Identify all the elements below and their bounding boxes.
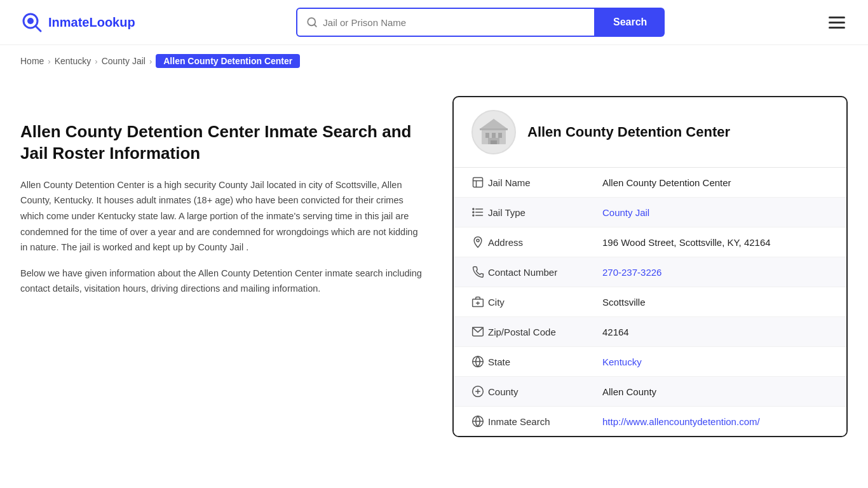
breadcrumb-current: Allen County Detention Center bbox=[156, 54, 300, 68]
search-input[interactable] bbox=[323, 17, 585, 28]
search-button[interactable]: Search bbox=[595, 8, 665, 37]
jail-name-value: Allen County Detention Center bbox=[602, 177, 731, 188]
phone-icon bbox=[471, 266, 488, 278]
breadcrumb-county-jail[interactable]: County Jail bbox=[102, 56, 146, 66]
table-row: Zip/Postal Code 42164 bbox=[454, 317, 846, 347]
svg-rect-11 bbox=[491, 140, 497, 144]
state-label: State bbox=[488, 356, 602, 367]
jail-name-label: Jail Name bbox=[488, 177, 602, 188]
city-label: City bbox=[488, 297, 602, 308]
svg-point-1 bbox=[27, 18, 34, 24]
mail-icon bbox=[471, 325, 488, 338]
breadcrumb-home[interactable]: Home bbox=[20, 56, 44, 66]
jail-type-label: Jail Type bbox=[488, 207, 602, 218]
table-row: County Allen County bbox=[454, 377, 846, 407]
card-title: Allen County Detention Center bbox=[527, 124, 730, 140]
table-row: Contact Number 270-237-3226 bbox=[454, 257, 846, 287]
svg-line-4 bbox=[315, 24, 316, 26]
hamburger-line-1 bbox=[829, 17, 845, 18]
list-icon bbox=[471, 206, 488, 219]
table-row: State Kentucky bbox=[454, 347, 846, 377]
facility-avatar bbox=[471, 110, 516, 154]
main-content: Allen County Detention Center Inmate Sea… bbox=[0, 77, 868, 463]
phone-link[interactable]: 270-237-3226 bbox=[602, 267, 661, 278]
table-row: City Scottsville bbox=[454, 287, 846, 317]
inmate-search-icon bbox=[471, 415, 488, 428]
svg-point-21 bbox=[473, 215, 474, 216]
info-table: Jail Name Allen County Detention Center … bbox=[454, 168, 846, 436]
inmate-search-link[interactable]: http://www.allencountydetention.com/ bbox=[602, 416, 760, 427]
svg-point-20 bbox=[473, 212, 474, 213]
address-value: 196 Wood Street, Scottsville, KY, 42164 bbox=[602, 237, 771, 248]
zip-value: 42164 bbox=[602, 327, 629, 337]
table-row: Inmate Search http://www.allencountydete… bbox=[454, 407, 846, 436]
breadcrumb-sep-2: › bbox=[95, 57, 97, 66]
svg-rect-6 bbox=[485, 133, 489, 138]
table-row: Address 196 Wood Street, Scottsville, KY… bbox=[454, 227, 846, 257]
jail-type-link[interactable]: County Jail bbox=[602, 207, 649, 218]
description-para-2: Below we have given information about th… bbox=[20, 266, 427, 297]
left-column: Allen County Detention Center Inmate Sea… bbox=[20, 96, 427, 307]
hamburger-line-2 bbox=[829, 22, 845, 24]
search-icon bbox=[306, 17, 318, 28]
breadcrumb-sep-1: › bbox=[48, 57, 50, 66]
jail-icon bbox=[471, 176, 488, 189]
logo-icon bbox=[20, 11, 43, 34]
state-link[interactable]: Kentucky bbox=[602, 356, 642, 367]
svg-marker-10 bbox=[480, 119, 508, 129]
svg-point-19 bbox=[473, 208, 474, 210]
inmate-search-label: Inmate Search bbox=[488, 416, 602, 427]
breadcrumb-sep-3: › bbox=[149, 57, 152, 66]
logo-text: InmateLookup bbox=[48, 15, 135, 30]
hamburger-line-3 bbox=[829, 27, 845, 29]
search-bar: Search bbox=[296, 8, 665, 37]
city-value: Scottsville bbox=[602, 297, 646, 308]
breadcrumb-kentucky[interactable]: Kentucky bbox=[55, 56, 92, 66]
site-logo[interactable]: InmateLookup bbox=[20, 11, 135, 34]
contact-number-value: 270-237-3226 bbox=[602, 267, 661, 278]
svg-rect-13 bbox=[473, 178, 483, 187]
svg-rect-12 bbox=[480, 128, 508, 130]
search-input-wrap bbox=[296, 8, 595, 37]
city-icon bbox=[471, 295, 488, 308]
info-card: Allen County Detention Center Jail Name … bbox=[452, 96, 848, 437]
hamburger-menu[interactable] bbox=[826, 14, 848, 31]
table-row: Jail Name Allen County Detention Center bbox=[454, 168, 846, 198]
card-header: Allen County Detention Center bbox=[454, 97, 846, 168]
contact-number-label: Contact Number bbox=[488, 267, 602, 278]
facility-building-icon bbox=[477, 115, 511, 149]
svg-rect-7 bbox=[492, 133, 496, 138]
zip-label: Zip/Postal Code bbox=[488, 327, 602, 337]
county-label: County bbox=[488, 386, 602, 397]
inmate-search-value: http://www.allencountydetention.com/ bbox=[602, 416, 760, 427]
svg-line-2 bbox=[36, 26, 41, 31]
globe-icon bbox=[471, 355, 488, 368]
description-para-1: Allen County Detention Center is a high … bbox=[20, 177, 427, 255]
address-label: Address bbox=[488, 237, 602, 248]
state-value: Kentucky bbox=[602, 356, 642, 367]
svg-point-22 bbox=[477, 239, 479, 241]
site-header: InmateLookup Search bbox=[0, 0, 868, 45]
county-value: Allen County bbox=[602, 386, 656, 397]
page-heading: Allen County Detention Center Inmate Sea… bbox=[20, 121, 427, 165]
table-row: Jail Type County Jail bbox=[454, 198, 846, 227]
jail-type-value: County Jail bbox=[602, 207, 649, 218]
county-icon bbox=[471, 385, 488, 398]
svg-rect-8 bbox=[498, 133, 502, 138]
location-icon bbox=[471, 236, 488, 248]
breadcrumb: Home › Kentucky › County Jail › Allen Co… bbox=[0, 45, 868, 77]
